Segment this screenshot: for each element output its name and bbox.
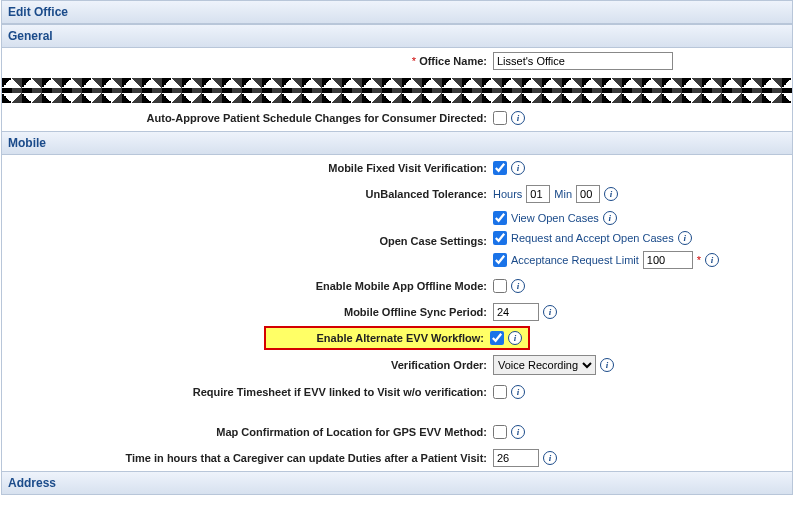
alt-evv-checkbox[interactable]: [490, 331, 504, 345]
min-label: Min: [554, 188, 572, 200]
auto-approve-checkbox[interactable]: [493, 111, 507, 125]
hours-input[interactable]: [526, 185, 550, 203]
offline-sync-input[interactable]: [493, 303, 539, 321]
mobile-header: Mobile: [2, 131, 792, 155]
info-icon[interactable]: i: [543, 305, 557, 319]
offline-mode-label: Enable Mobile App Offline Mode:: [8, 280, 493, 292]
info-icon[interactable]: i: [511, 385, 525, 399]
edit-office-header: Edit Office: [2, 1, 792, 24]
caregiver-update-label: Time in hours that a Caregiver can updat…: [8, 452, 493, 464]
info-icon[interactable]: i: [511, 111, 525, 125]
min-input[interactable]: [576, 185, 600, 203]
fixed-visit-label: Mobile Fixed Visit Verification:: [8, 162, 493, 174]
request-accept-text: Request and Accept Open Cases: [511, 232, 674, 244]
acceptance-limit-input[interactable]: [643, 251, 693, 269]
info-icon[interactable]: i: [511, 279, 525, 293]
info-icon[interactable]: i: [511, 425, 525, 439]
info-icon[interactable]: i: [705, 253, 719, 267]
required-asterisk: *: [697, 254, 701, 266]
acceptance-limit-checkbox[interactable]: [493, 253, 507, 267]
info-icon[interactable]: i: [678, 231, 692, 245]
info-icon[interactable]: i: [543, 451, 557, 465]
caregiver-update-input[interactable]: [493, 449, 539, 467]
info-icon[interactable]: i: [600, 358, 614, 372]
map-confirm-label: Map Confirmation of Location for GPS EVV…: [8, 426, 493, 438]
required-asterisk: *: [412, 55, 416, 67]
map-confirm-checkbox[interactable]: [493, 425, 507, 439]
open-case-settings-label: Open Case Settings:: [8, 211, 493, 247]
office-name-input[interactable]: [493, 52, 673, 70]
info-icon[interactable]: i: [603, 211, 617, 225]
unbalanced-tolerance-label: UnBalanced Tolerance:: [8, 188, 493, 200]
offline-sync-label: Mobile Offline Sync Period:: [8, 306, 493, 318]
acceptance-limit-text: Acceptance Request Limit: [511, 254, 639, 266]
content-break-indicator: [2, 78, 792, 103]
hours-label: Hours: [493, 188, 522, 200]
require-timesheet-label: Require Timesheet if EVV linked to Visit…: [8, 386, 493, 398]
info-icon[interactable]: i: [511, 161, 525, 175]
office-name-label: * Office Name:: [8, 55, 493, 67]
request-accept-checkbox[interactable]: [493, 231, 507, 245]
require-timesheet-checkbox[interactable]: [493, 385, 507, 399]
info-icon[interactable]: i: [508, 331, 522, 345]
general-header: General: [2, 24, 792, 48]
info-icon[interactable]: i: [604, 187, 618, 201]
view-open-cases-text: View Open Cases: [511, 212, 599, 224]
verification-order-label: Verification Order:: [8, 359, 493, 371]
address-header: Address: [2, 471, 792, 494]
fixed-visit-checkbox[interactable]: [493, 161, 507, 175]
view-open-cases-checkbox[interactable]: [493, 211, 507, 225]
auto-approve-label: Auto-Approve Patient Schedule Changes fo…: [8, 112, 493, 124]
alt-evv-label: Enable Alternate EVV Workflow:: [272, 332, 490, 344]
offline-mode-checkbox[interactable]: [493, 279, 507, 293]
alt-evv-highlight: Enable Alternate EVV Workflow: i: [264, 326, 530, 350]
verification-order-select[interactable]: Voice Recording: [493, 355, 596, 375]
